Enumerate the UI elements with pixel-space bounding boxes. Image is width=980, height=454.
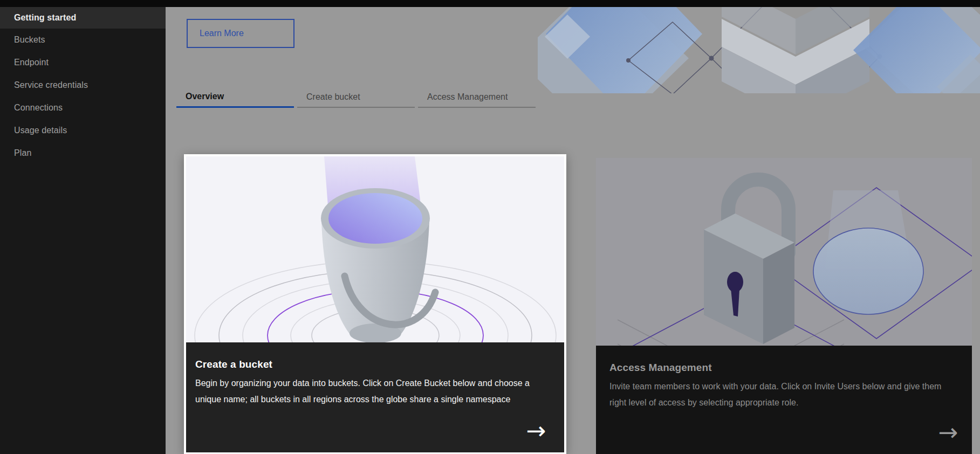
padlock-illustration bbox=[596, 158, 972, 346]
hero-illustration bbox=[538, 7, 980, 93]
learn-more-button[interactable]: Learn More bbox=[187, 19, 294, 48]
padlock-graphic bbox=[596, 158, 972, 346]
arrow-right-icon[interactable]: → bbox=[526, 423, 546, 439]
card-description: Invite team members to work with your da… bbox=[609, 379, 948, 411]
sidebar-item-label: Getting started bbox=[14, 13, 76, 23]
sidebar-item-buckets[interactable]: Buckets bbox=[0, 29, 166, 51]
sidebar-item-label: Service credentials bbox=[14, 80, 88, 90]
sidebar-item-endpoint[interactable]: Endpoint bbox=[0, 51, 166, 74]
bucket-graphic bbox=[186, 156, 564, 342]
tab-access-management[interactable]: Access Management bbox=[418, 86, 536, 108]
sidebar-item-label: Endpoint bbox=[14, 58, 49, 67]
tabs: Overview Create bucket Access Management bbox=[176, 86, 536, 108]
tab-label: Overview bbox=[186, 92, 224, 101]
sidebar: Getting started Buckets Endpoint Service… bbox=[0, 0, 166, 454]
sidebar-item-label: Connections bbox=[14, 103, 63, 113]
sidebar-item-label: Buckets bbox=[14, 35, 45, 45]
sidebar-item-label: Plan bbox=[14, 148, 31, 158]
screen: Getting started Buckets Endpoint Service… bbox=[0, 0, 980, 454]
tab-create-bucket[interactable]: Create bucket bbox=[297, 86, 415, 108]
card-title: Access Management bbox=[609, 362, 950, 374]
tab-overview[interactable]: Overview bbox=[176, 86, 294, 108]
tab-label: Access Management bbox=[427, 92, 508, 102]
bucket-illustration bbox=[186, 156, 564, 342]
top-header-bar bbox=[0, 0, 980, 7]
isometric-cubes-graphic bbox=[538, 7, 980, 93]
sidebar-item-plan[interactable]: Plan bbox=[0, 142, 166, 164]
sidebar-item-label: Usage details bbox=[14, 126, 67, 135]
tab-label: Create bucket bbox=[306, 92, 360, 102]
sidebar-item-usage-details[interactable]: Usage details bbox=[0, 119, 166, 142]
create-bucket-card-panel: Create a bucket Begin by organizing your… bbox=[186, 342, 564, 452]
sidebar-item-connections[interactable]: Connections bbox=[0, 97, 166, 119]
arrow-right-icon[interactable]: → bbox=[938, 424, 958, 441]
sidebar-item-getting-started[interactable]: Getting started bbox=[0, 7, 166, 29]
card-title: Create a bucket bbox=[195, 359, 543, 370]
card-description: Begin by organizing your data into bucke… bbox=[195, 375, 534, 408]
access-management-card-panel: Access Management Invite team members to… bbox=[596, 346, 972, 454]
access-management-card[interactable]: Access Management Invite team members to… bbox=[596, 158, 972, 454]
create-bucket-card[interactable]: Create a bucket Begin by organizing your… bbox=[184, 154, 566, 454]
sidebar-item-service-credentials[interactable]: Service credentials bbox=[0, 74, 166, 97]
learn-more-label: Learn More bbox=[200, 29, 244, 38]
